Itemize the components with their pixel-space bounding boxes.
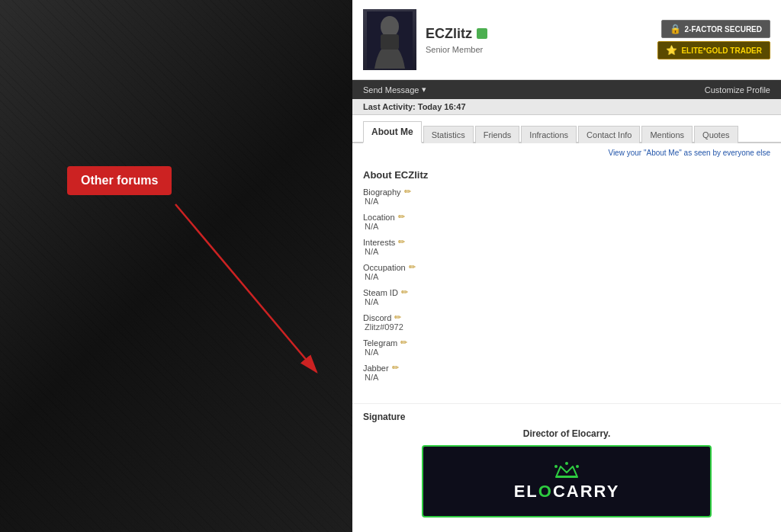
crown-icon [554,462,579,479]
star-icon: ⭐ [666,45,677,56]
field-interests: Interests ✏ N/A [363,237,770,256]
badge-gold-trader: ⭐ ELITE*GOLD TRADER [657,41,770,59]
edit-telegram-icon[interactable]: ✏ [400,338,407,348]
about-me-content: About ECZlitz Biography ✏ N/A Location ✏… [352,162,781,403]
svg-rect-6 [556,476,577,478]
svg-marker-5 [556,466,577,477]
field-biography: Biography ✏ N/A [363,187,770,206]
field-occupation: Occupation ✏ N/A [363,262,770,281]
online-status-icon [477,28,487,39]
edit-biography-icon[interactable]: ✏ [404,187,411,197]
panel-texture [0,0,352,532]
svg-point-8 [565,462,568,465]
send-message-button[interactable]: Send Message ▾ [363,85,426,95]
profile-name: ECZlitz [426,26,487,42]
field-telegram: Telegram ✏ N/A [363,338,770,357]
svg-point-9 [576,465,579,468]
profile-header-left: ECZlitz Senior Member [363,9,487,70]
edit-interests-icon[interactable]: ✏ [398,237,405,247]
last-activity-label: Last Activity: [363,102,416,111]
customize-profile-link[interactable]: Customize Profile [705,85,770,95]
tab-friends[interactable]: Friends [475,126,520,143]
field-occupation-value: N/A [363,272,770,281]
field-steam-value: N/A [363,297,770,306]
elocarry-banner: ELOCARRY [422,445,712,518]
tab-infractions[interactable]: Infractions [521,126,577,143]
field-location-value: N/A [363,222,770,231]
elocarry-name: ELOCARRY [514,482,620,502]
field-steam-id: Steam ID ✏ N/A [363,287,770,306]
field-jabber-label: Jabber ✏ [363,363,770,373]
tab-contact-info[interactable]: Contact Info [578,126,640,143]
edit-location-icon[interactable]: ✏ [398,212,405,222]
sig-tagline: Director of Elocarry. [363,428,770,439]
edit-jabber-icon[interactable]: ✏ [392,363,399,373]
badge-gold-label: ELITE*GOLD TRADER [681,46,762,55]
action-bar: Send Message ▾ Customize Profile [352,80,781,99]
edit-discord-icon[interactable]: ✏ [394,312,401,322]
svg-point-3 [381,16,399,37]
left-panel: Other forums [0,0,352,532]
field-biography-label: Biography ✏ [363,187,770,197]
field-jabber-value: N/A [363,373,770,382]
field-telegram-label: Telegram ✏ [363,338,770,348]
svg-rect-4 [381,34,399,50]
send-message-label: Send Message [363,85,419,95]
callout-box: Other forums [67,166,172,195]
field-biography-value: N/A [363,197,770,206]
field-interests-label: Interests ✏ [363,237,770,247]
lock-icon: 🔒 [670,24,681,34]
profile-header: ECZlitz Senior Member 🔒 2-FACTOR SECURED… [352,0,781,80]
view-public-anchor[interactable]: View your "About Me" as seen by everyone… [608,149,770,157]
tab-about-me[interactable]: About Me [363,121,422,143]
tab-quotes[interactable]: Quotes [694,126,738,143]
callout-label: Other forums [81,174,158,187]
field-interests-value: N/A [363,247,770,256]
badge-2fa-label: 2-FACTOR SECURED [685,25,763,34]
username-text: ECZlitz [426,26,472,42]
edit-steam-icon[interactable]: ✏ [401,287,408,297]
customize-label: Customize Profile [705,85,770,95]
profile-name-area: ECZlitz Senior Member [426,26,487,54]
dropdown-arrow-icon: ▾ [422,85,426,95]
badge-2fa: 🔒 2-FACTOR SECURED [661,20,771,38]
last-activity-value: Today 16:47 [418,102,466,111]
field-location: Location ✏ N/A [363,212,770,231]
last-activity-bar: Last Activity: Today 16:47 [352,99,781,115]
signature-title: Signature [363,412,770,422]
field-discord-value: Zlitz#0972 [363,322,770,332]
edit-occupation-icon[interactable]: ✏ [409,262,416,272]
field-telegram-value: N/A [363,348,770,357]
avatar-image [363,9,416,70]
field-discord-label: Discord ✏ [363,312,770,322]
profile-tabs: About Me Statistics Friends Infractions … [352,115,781,143]
field-discord: Discord ✏ Zlitz#0972 [363,312,770,332]
profile-rank: Senior Member [426,45,487,54]
svg-point-7 [554,465,558,468]
tab-statistics[interactable]: Statistics [423,126,474,143]
field-occupation-label: Occupation ✏ [363,262,770,272]
field-location-label: Location ✏ [363,212,770,222]
view-public-link: View your "About Me" as seen by everyone… [352,143,781,162]
profile-badges: 🔒 2-FACTOR SECURED ⭐ ELITE*GOLD TRADER [657,20,770,59]
signature-section: Signature Director of Elocarry. ELOCARRY [352,403,781,532]
about-section-title: About ECZlitz [363,169,770,181]
field-steam-label: Steam ID ✏ [363,287,770,297]
avatar [363,9,416,70]
tab-mentions[interactable]: Mentions [641,126,693,143]
field-jabber: Jabber ✏ N/A [363,363,770,382]
right-panel: ECZlitz Senior Member 🔒 2-FACTOR SECURED… [352,0,781,532]
